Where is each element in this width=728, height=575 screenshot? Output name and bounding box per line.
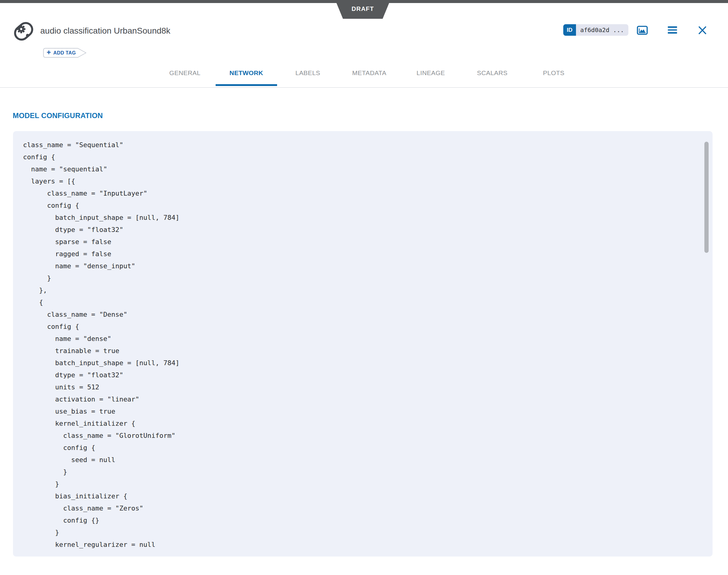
code-scrollbar-thumb[interactable] <box>704 142 708 253</box>
tab-lineage[interactable]: LINEAGE <box>400 62 462 86</box>
plus-icon: + <box>46 49 51 57</box>
model-config-card: class_name = "Sequential" config { name … <box>13 131 713 556</box>
id-badge[interactable]: ID af6d0a2d ... <box>563 24 628 36</box>
tabs-divider <box>0 87 728 88</box>
plot-preview-icon[interactable] <box>637 26 648 35</box>
section-title: MODEL CONFIGURATION <box>13 111 103 120</box>
tab-general[interactable]: GENERAL <box>154 62 216 86</box>
status-badge-label: DRAFT <box>352 5 374 13</box>
menu-bar <box>668 26 677 28</box>
tab-scalars[interactable]: SCALARS <box>462 62 523 86</box>
menu-bar <box>668 32 677 34</box>
close-icon[interactable] <box>698 26 706 34</box>
add-tag-label: ADD TAG <box>53 50 76 56</box>
menu-icon[interactable] <box>668 26 677 34</box>
tab-labels[interactable]: LABELS <box>277 62 338 86</box>
page-title: audio classification UrbanSound8k <box>40 26 170 36</box>
model-detail-page: DRAFT audio classification UrbanSound8k … <box>0 0 728 575</box>
tabs: GENERALNETWORKLABELSMETADATALINEAGESCALA… <box>154 62 585 86</box>
menu-bar <box>668 29 677 31</box>
model-gear-icon <box>14 21 33 42</box>
add-tag-button[interactable]: + ADD TAG <box>43 48 87 58</box>
tab-network[interactable]: NETWORK <box>216 62 277 86</box>
id-badge-label: ID <box>563 24 576 36</box>
tab-metadata[interactable]: METADATA <box>338 62 400 86</box>
tab-plots[interactable]: PLOTS <box>523 62 585 86</box>
id-badge-value: af6d0a2d ... <box>576 24 628 36</box>
config-code: class_name = "Sequential" config { name … <box>23 139 700 551</box>
status-badge: DRAFT <box>335 0 390 19</box>
